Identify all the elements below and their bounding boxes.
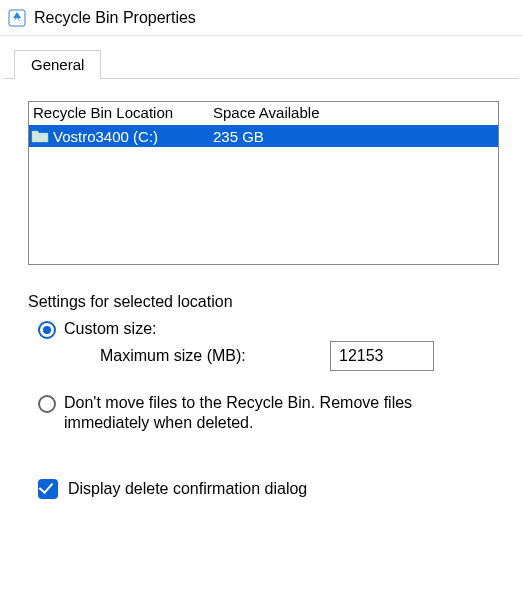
label-dont-move: Don't move files to the Recycle Bin. Rem… bbox=[64, 393, 484, 433]
cell-location: Vostro3400 (C:) bbox=[29, 128, 209, 145]
window-title: Recycle Bin Properties bbox=[34, 9, 196, 27]
settings-title: Settings for selected location bbox=[28, 293, 499, 311]
list-header: Recycle Bin Location Space Available bbox=[29, 102, 498, 125]
radio-group-size: Custom size: Maximum size (MB): Don't mo… bbox=[28, 319, 499, 433]
option-custom-size[interactable]: Custom size: bbox=[38, 319, 499, 339]
client-area: General Recycle Bin Location Space Avail… bbox=[0, 36, 523, 499]
tab-general[interactable]: General bbox=[14, 50, 101, 79]
recycle-bin-icon bbox=[8, 9, 26, 27]
list-row[interactable]: Vostro3400 (C:) 235 GB bbox=[29, 125, 498, 147]
label-confirm-dialog: Display delete confirmation dialog bbox=[68, 480, 307, 498]
col-header-space[interactable]: Space Available bbox=[209, 102, 498, 125]
titlebar: Recycle Bin Properties bbox=[0, 0, 523, 36]
cell-space: 235 GB bbox=[209, 128, 498, 145]
radio-dont-move[interactable] bbox=[38, 395, 56, 413]
label-custom-size: Custom size: bbox=[64, 319, 156, 339]
input-max-size[interactable] bbox=[330, 341, 434, 371]
folder-icon bbox=[31, 129, 49, 143]
radio-custom-size[interactable] bbox=[38, 321, 56, 339]
row-max-size: Maximum size (MB): bbox=[38, 341, 499, 371]
checkbox-confirm-dialog[interactable] bbox=[38, 479, 58, 499]
properties-window: Recycle Bin Properties General Recycle B… bbox=[0, 0, 523, 591]
tabs-row: General bbox=[0, 44, 523, 78]
location-list[interactable]: Recycle Bin Location Space Available Vos… bbox=[28, 101, 499, 265]
option-dont-move[interactable]: Don't move files to the Recycle Bin. Rem… bbox=[38, 393, 499, 433]
label-max-size: Maximum size (MB): bbox=[100, 347, 330, 365]
tab-panel-general: Recycle Bin Location Space Available Vos… bbox=[4, 78, 519, 499]
row-confirm-dialog[interactable]: Display delete confirmation dialog bbox=[28, 479, 499, 499]
cell-location-text: Vostro3400 (C:) bbox=[53, 128, 158, 145]
col-header-location[interactable]: Recycle Bin Location bbox=[29, 102, 209, 125]
